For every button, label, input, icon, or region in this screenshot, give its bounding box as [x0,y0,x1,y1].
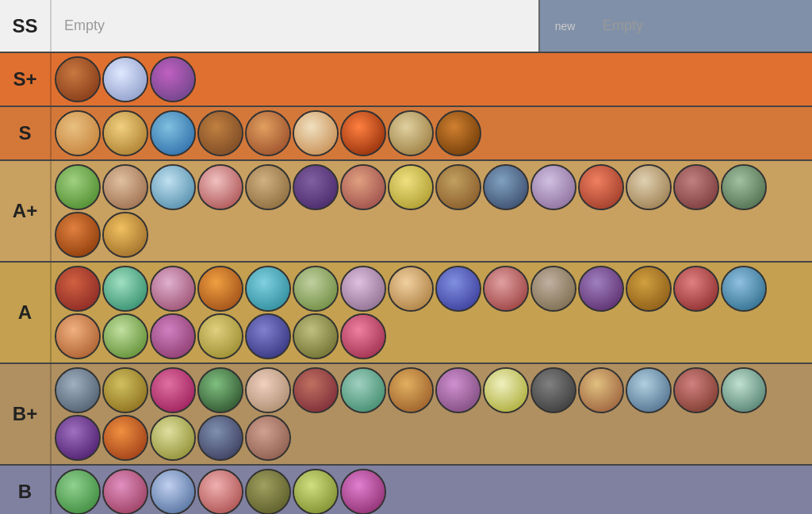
tier-content-aplus [52,161,812,261]
hero-icon-splus-2[interactable] [150,56,196,102]
hero-icon-aplus-7[interactable] [388,164,434,210]
header-new-empty: Empty [590,0,812,52]
hero-icon-aplus-4[interactable] [245,164,291,210]
hero-icon-a-16[interactable] [102,313,148,359]
hero-icon-a-5[interactable] [293,266,339,312]
hero-icon-bplus-16[interactable] [102,415,148,461]
hero-icon-s-5[interactable] [293,110,339,156]
hero-icon-aplus-6[interactable] [340,164,386,210]
hero-icon-a-4[interactable] [245,266,291,312]
hero-icon-a-1[interactable] [102,266,148,312]
tier-content-b [52,466,812,514]
header-row: SS Empty new Empty [0,0,812,53]
hero-icon-splus-0[interactable] [55,56,101,102]
hero-icon-bplus-14[interactable] [721,367,767,413]
tier-row-s: S [0,107,812,161]
hero-icon-a-0[interactable] [55,266,101,312]
hero-icon-splus-1[interactable] [102,56,148,102]
hero-icon-aplus-14[interactable] [721,164,767,210]
hero-icon-bplus-0[interactable] [55,367,101,413]
hero-icon-aplus-13[interactable] [673,164,719,210]
hero-icon-a-2[interactable] [150,266,196,312]
tier-row-b: B [0,466,812,514]
hero-icon-b-6[interactable] [340,469,386,514]
header-empty-content: Empty [52,0,538,52]
hero-icon-aplus-16[interactable] [102,212,148,258]
hero-icon-bplus-11[interactable] [578,367,624,413]
hero-icon-aplus-9[interactable] [483,164,529,210]
hero-icon-a-7[interactable] [388,266,434,312]
hero-icon-aplus-2[interactable] [150,164,196,210]
hero-icon-s-1[interactable] [102,110,148,156]
hero-icon-bplus-6[interactable] [340,367,386,413]
hero-icon-aplus-10[interactable] [530,164,576,210]
tier-content-bplus [52,364,812,464]
hero-icon-aplus-0[interactable] [55,164,101,210]
hero-icon-bplus-4[interactable] [245,367,291,413]
hero-icon-aplus-5[interactable] [293,164,339,210]
hero-icon-bplus-15[interactable] [55,415,101,461]
hero-icon-bplus-3[interactable] [197,367,243,413]
hero-icon-a-6[interactable] [340,266,386,312]
hero-icon-a-20[interactable] [293,313,339,359]
hero-icon-a-11[interactable] [578,266,624,312]
hero-icon-b-5[interactable] [293,469,339,514]
hero-icon-bplus-7[interactable] [388,367,434,413]
hero-icon-bplus-13[interactable] [673,367,719,413]
hero-icon-b-1[interactable] [102,469,148,514]
hero-icon-b-4[interactable] [245,469,291,514]
tier-row-a: A [0,263,812,364]
tier-label-a: A [0,263,52,362]
hero-icon-bplus-9[interactable] [483,367,529,413]
tier-label-splus: S+ [0,53,52,105]
hero-icon-s-8[interactable] [435,110,481,156]
hero-icon-bplus-8[interactable] [435,367,481,413]
hero-icon-a-19[interactable] [245,313,291,359]
hero-icon-bplus-18[interactable] [197,415,243,461]
hero-icon-a-8[interactable] [435,266,481,312]
hero-icon-bplus-1[interactable] [102,367,148,413]
hero-icon-a-10[interactable] [530,266,576,312]
hero-icon-s-7[interactable] [388,110,434,156]
tier-label-s: S [0,107,52,159]
hero-icon-a-12[interactable] [626,266,672,312]
hero-icon-aplus-8[interactable] [435,164,481,210]
hero-icon-bplus-19[interactable] [245,415,291,461]
hero-icon-a-17[interactable] [150,313,196,359]
tier-content-a [52,263,812,362]
hero-icon-a-15[interactable] [55,313,101,359]
hero-icon-bplus-10[interactable] [530,367,576,413]
hero-icon-aplus-12[interactable] [626,164,672,210]
hero-icon-b-2[interactable] [150,469,196,514]
hero-icon-a-21[interactable] [340,313,386,359]
hero-icon-bplus-12[interactable] [626,367,672,413]
hero-icon-a-18[interactable] [197,313,243,359]
hero-icon-a-14[interactable] [721,266,767,312]
hero-icon-aplus-11[interactable] [578,164,624,210]
hero-icon-s-6[interactable] [340,110,386,156]
tier-content-s [52,107,812,159]
header-ss-label: SS [0,0,52,52]
tier-row-splus: S+ [0,53,812,107]
hero-icon-aplus-15[interactable] [55,212,101,258]
hero-icon-s-2[interactable] [150,110,196,156]
hero-icon-aplus-3[interactable] [197,164,243,210]
hero-icon-b-0[interactable] [55,469,101,514]
hero-icon-s-4[interactable] [245,110,291,156]
tier-list: SS Empty new Empty S+SA+AB+BCEmptyDEmpty [0,0,812,514]
hero-icon-a-9[interactable] [483,266,529,312]
hero-icon-aplus-1[interactable] [102,164,148,210]
tier-row-aplus: A+ [0,161,812,263]
hero-icon-b-3[interactable] [197,469,243,514]
hero-icon-s-0[interactable] [55,110,101,156]
tier-label-bplus: B+ [0,364,52,464]
hero-icon-a-3[interactable] [197,266,243,312]
hero-icon-bplus-17[interactable] [150,415,196,461]
hero-icon-bplus-5[interactable] [293,367,339,413]
header-new-label: new [538,0,590,52]
tier-row-bplus: B+ [0,364,812,466]
hero-icon-bplus-2[interactable] [150,367,196,413]
hero-icon-s-3[interactable] [197,110,243,156]
tier-content-splus [52,53,812,105]
hero-icon-a-13[interactable] [673,266,719,312]
